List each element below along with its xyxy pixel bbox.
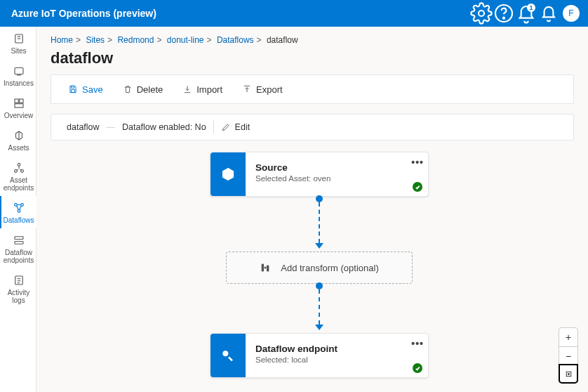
svg-rect-19 bbox=[15, 242, 23, 244]
sidebar-item-activity-logs[interactable]: Activity logs bbox=[0, 268, 36, 308]
avatar[interactable]: F bbox=[563, 5, 580, 22]
cube-icon bbox=[211, 152, 246, 196]
breadcrumb-link[interactable]: Home bbox=[51, 35, 73, 45]
source-subtitle: Selected Asset: oven bbox=[255, 174, 420, 183]
svg-rect-8 bbox=[15, 99, 18, 103]
svg-point-2 bbox=[503, 18, 505, 19]
svg-point-12 bbox=[18, 164, 20, 166]
svg-point-15 bbox=[14, 204, 17, 207]
svg-rect-10 bbox=[15, 104, 23, 107]
sidebar-label: Overview bbox=[4, 112, 34, 119]
source-node[interactable]: Source Selected Asset: oven ••• bbox=[210, 152, 429, 197]
svg-point-31 bbox=[568, 373, 569, 374]
alert-icon[interactable]: 1 bbox=[515, 2, 537, 25]
endpoint-subtitle: Selected: local bbox=[255, 355, 420, 364]
breadcrumb-link[interactable]: donut-line bbox=[167, 35, 204, 45]
svg-point-0 bbox=[479, 11, 484, 16]
add-transform-label: Add transform (optional) bbox=[281, 263, 378, 273]
save-label: Save bbox=[82, 84, 103, 95]
breadcrumb: Home> Sites> Redmond> donut-line> Datafl… bbox=[51, 35, 574, 45]
svg-rect-9 bbox=[19, 99, 22, 103]
sidebar-item-asset-endpoints[interactable]: Asset endpoints bbox=[0, 156, 36, 196]
bell-icon[interactable] bbox=[537, 2, 560, 25]
breadcrumb-link[interactable]: Dataflows bbox=[217, 35, 254, 45]
export-label: Export bbox=[256, 84, 283, 95]
save-button[interactable]: Save bbox=[58, 75, 113, 103]
page-title: dataflow bbox=[51, 49, 574, 67]
svg-point-14 bbox=[20, 170, 23, 173]
sidebar-item-assets[interactable]: Assets bbox=[0, 124, 36, 156]
import-button[interactable]: Import bbox=[173, 75, 232, 103]
svg-rect-27 bbox=[267, 266, 269, 272]
svg-point-29 bbox=[223, 351, 228, 356]
zoom-out-button[interactable]: − bbox=[559, 346, 577, 365]
zoom-fit-button[interactable] bbox=[559, 365, 577, 383]
add-transform-button[interactable]: Add transform (optional) bbox=[226, 251, 413, 284]
settings-icon[interactable] bbox=[470, 2, 493, 25]
sidebar-item-dataflow-endpoints[interactable]: Dataflow endpoints bbox=[0, 228, 36, 268]
more-icon[interactable]: ••• bbox=[411, 157, 424, 168]
sidebar-item-sites[interactable]: Sites bbox=[0, 27, 36, 59]
export-button[interactable]: Export bbox=[232, 75, 293, 103]
svg-point-13 bbox=[14, 170, 17, 173]
endpoint-icon bbox=[211, 334, 246, 377]
endpoint-node[interactable]: Dataflow endpoint Selected: local ••• bbox=[210, 333, 429, 378]
breadcrumb-link[interactable]: Redmond bbox=[117, 35, 154, 45]
sidebar-label: Dataflows bbox=[4, 216, 34, 224]
breadcrumb-current: dataflow bbox=[267, 35, 298, 45]
dataflow-enabled-status: Dataflow enabled: No bbox=[115, 122, 213, 132]
dataflow-name: dataflow bbox=[60, 122, 107, 132]
app-title: Azure IoT Operations (preview) bbox=[11, 8, 470, 19]
endpoint-title: Dataflow endpoint bbox=[255, 344, 420, 354]
edit-button[interactable]: Edit bbox=[214, 122, 258, 132]
delete-button[interactable]: Delete bbox=[113, 75, 173, 103]
sidebar-label: Assets bbox=[8, 144, 29, 152]
help-icon[interactable] bbox=[493, 2, 515, 25]
sidebar-label: Instances bbox=[4, 79, 34, 87]
svg-rect-24 bbox=[72, 86, 74, 88]
status-check-icon bbox=[413, 182, 422, 192]
svg-rect-6 bbox=[15, 68, 23, 74]
sidebar-item-overview[interactable]: Overview bbox=[0, 91, 36, 124]
sidebar-label: Activity logs bbox=[1, 289, 36, 304]
svg-point-17 bbox=[18, 210, 20, 213]
status-check-icon bbox=[413, 363, 422, 373]
import-label: Import bbox=[196, 84, 222, 95]
source-title: Source bbox=[255, 162, 420, 173]
sidebar-item-dataflows[interactable]: Dataflows bbox=[0, 196, 36, 228]
sidebar-label: Asset endpoints bbox=[1, 176, 36, 192]
svg-point-16 bbox=[20, 204, 23, 207]
svg-rect-18 bbox=[15, 237, 23, 240]
sidebar-label: Sites bbox=[11, 47, 26, 55]
delete-label: Delete bbox=[137, 84, 163, 95]
notification-badge: 1 bbox=[527, 4, 535, 12]
zoom-in-button[interactable]: + bbox=[559, 328, 577, 346]
more-icon[interactable]: ••• bbox=[411, 338, 424, 349]
edit-label: Edit bbox=[235, 122, 250, 132]
svg-rect-26 bbox=[262, 264, 264, 272]
svg-rect-28 bbox=[265, 267, 267, 269]
sidebar-label: Dataflow endpoints bbox=[1, 249, 36, 264]
sidebar-item-instances[interactable]: Instances bbox=[0, 59, 36, 91]
svg-rect-25 bbox=[72, 90, 75, 93]
breadcrumb-link[interactable]: Sites bbox=[86, 35, 105, 45]
